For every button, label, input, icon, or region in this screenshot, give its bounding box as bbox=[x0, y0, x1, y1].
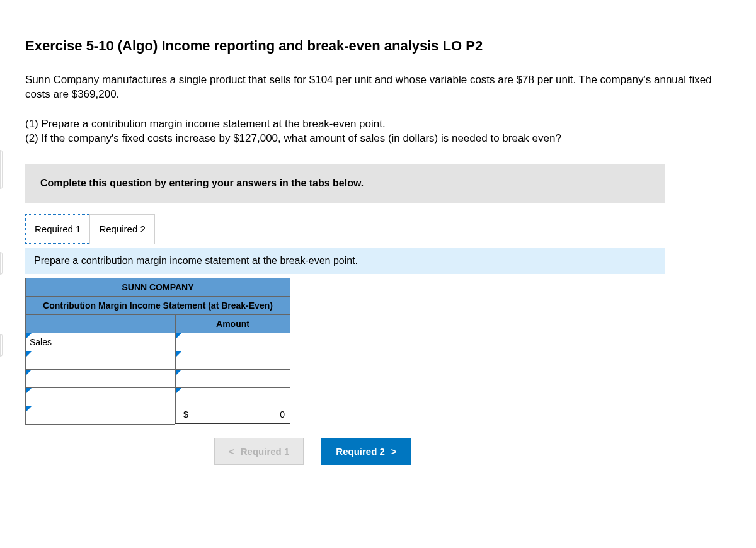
row-label-input[interactable] bbox=[26, 387, 176, 406]
dropdown-indicator-icon bbox=[176, 333, 181, 339]
instruction-bar: Complete this question by entering your … bbox=[25, 164, 665, 203]
dropdown-indicator-icon bbox=[176, 388, 181, 394]
next-required-button[interactable]: Required 2 > bbox=[321, 438, 411, 465]
table-row: Sales bbox=[26, 333, 290, 351]
dropdown-indicator-icon bbox=[26, 406, 32, 412]
next-button-label: Required 2 bbox=[336, 446, 385, 457]
problem-statement: Sunn Company manufactures a single produ… bbox=[25, 73, 731, 102]
row-value-input[interactable] bbox=[176, 351, 290, 369]
row-label-input[interactable] bbox=[26, 406, 176, 424]
nav-buttons: < Required 1 Required 2 > bbox=[214, 438, 731, 465]
table-amount-header: Amount bbox=[176, 314, 290, 333]
total-value: 0 bbox=[280, 409, 286, 420]
left-rail-tab[interactable] bbox=[0, 252, 3, 275]
table-row bbox=[26, 369, 290, 387]
question-1: (1) Prepare a contribution margin income… bbox=[25, 117, 731, 132]
tab-required-2[interactable]: Required 2 bbox=[89, 214, 154, 244]
prev-button-label: Required 1 bbox=[241, 446, 290, 457]
chevron-right-icon: > bbox=[391, 446, 397, 457]
dropdown-indicator-icon bbox=[26, 351, 32, 357]
dropdown-indicator-icon bbox=[26, 370, 32, 375]
dropdown-indicator-icon bbox=[26, 333, 32, 339]
table-blank-header bbox=[26, 314, 176, 333]
row-value-input[interactable] bbox=[176, 333, 290, 351]
dropdown-indicator-icon bbox=[176, 370, 181, 375]
table-row bbox=[26, 351, 290, 369]
table-row-total: $ 0 bbox=[26, 406, 290, 424]
left-rail-tab[interactable] bbox=[0, 150, 3, 189]
dropdown-indicator-icon bbox=[26, 388, 32, 394]
tab-instruction: Prepare a contribution margin income sta… bbox=[25, 248, 665, 274]
table-company-header: SUNN COMPANY bbox=[26, 278, 290, 296]
prev-required-button: < Required 1 bbox=[214, 438, 304, 465]
currency-symbol: $ bbox=[180, 409, 188, 420]
table-row bbox=[26, 387, 290, 406]
row-label-text: Sales bbox=[30, 337, 52, 347]
row-label-input[interactable]: Sales bbox=[26, 333, 176, 351]
left-rail-tab[interactable] bbox=[0, 334, 3, 357]
tab-required-1[interactable]: Required 1 bbox=[25, 214, 90, 244]
tabs-container: Required 1 Required 2 bbox=[25, 214, 731, 244]
exercise-title: Exercise 5-10 (Algo) Income reporting an… bbox=[25, 38, 731, 54]
chevron-left-icon: < bbox=[229, 446, 234, 457]
row-label-input[interactable] bbox=[26, 351, 176, 369]
dropdown-indicator-icon bbox=[176, 351, 181, 357]
row-value-input[interactable] bbox=[176, 369, 290, 387]
row-value-input[interactable] bbox=[176, 387, 290, 406]
table-subtitle: Contribution Margin Income Statement (at… bbox=[26, 296, 290, 314]
row-total-value: $ 0 bbox=[176, 406, 290, 424]
row-label-input[interactable] bbox=[26, 369, 176, 387]
income-statement-table: SUNN COMPANY Contribution Margin Income … bbox=[25, 278, 290, 425]
question-2: (2) If the company's fixed costs increas… bbox=[25, 132, 731, 146]
sub-questions: (1) Prepare a contribution margin income… bbox=[25, 117, 731, 146]
